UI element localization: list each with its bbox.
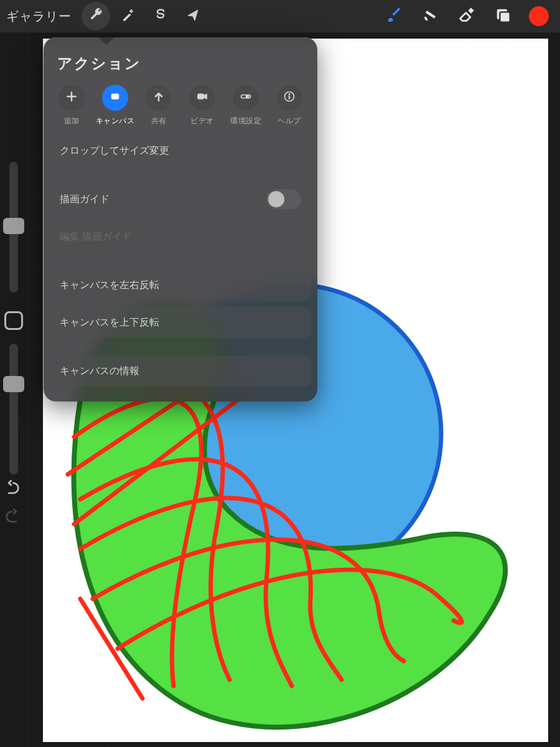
svg-point-6 xyxy=(246,95,249,98)
toggle-knob xyxy=(268,191,284,207)
svg-point-8 xyxy=(289,94,290,95)
svg-rect-2 xyxy=(500,12,510,22)
opacity-slider[interactable] xyxy=(9,344,18,474)
gallery-button[interactable]: ギャラリー xyxy=(5,8,78,25)
row-flip-v-label: キャンバスを上下反転 xyxy=(60,316,159,329)
row-drawing-guide[interactable]: 描画ガイド xyxy=(50,184,311,215)
layers-icon xyxy=(494,6,511,26)
canvas-options-list: クロップしてサイズ変更 描画ガイド 編集 描画ガイド キャンバスを左右反転 キャ… xyxy=(44,135,317,402)
tab-help[interactable]: ヘルプ xyxy=(268,85,311,126)
top-toolbar: ギャラリー xyxy=(0,0,560,32)
brush-icon xyxy=(386,6,403,26)
row-crop-label: クロップしてサイズ変更 xyxy=(60,144,169,157)
tab-video-label: ビデオ xyxy=(190,116,214,126)
row-edit-guide-label: 編集 描画ガイド xyxy=(60,230,132,243)
redo-icon[interactable] xyxy=(4,508,21,528)
tab-share[interactable]: 共有 xyxy=(137,85,180,126)
popover-tabs: 追加 キャンバス 共有 ビデオ 環境設定 ヘルプ xyxy=(44,85,317,135)
row-edit-guide: 編集 描画ガイド xyxy=(50,221,311,252)
tab-help-label: ヘルプ xyxy=(278,116,301,126)
tab-video[interactable]: ビデオ xyxy=(180,85,224,126)
s-select-icon xyxy=(153,7,168,25)
tab-add-label: 追加 xyxy=(64,116,80,126)
wand-icon xyxy=(121,7,136,25)
actions-button[interactable] xyxy=(82,2,110,31)
adjustments-button[interactable] xyxy=(114,2,142,31)
tab-canvas-label: キャンバス xyxy=(96,116,135,126)
tab-canvas[interactable]: キャンバス xyxy=(93,85,137,126)
side-rail xyxy=(0,162,27,493)
popover-title: アクション xyxy=(44,37,317,85)
row-info-label: キャンバスの情報 xyxy=(60,365,139,378)
plus-icon xyxy=(65,90,78,105)
tab-share-label: 共有 xyxy=(151,116,167,126)
actions-popover: アクション 追加 キャンバス 共有 ビデオ 環境設定 xyxy=(44,37,317,402)
modify-button[interactable] xyxy=(4,311,23,330)
layers-button[interactable] xyxy=(487,0,519,32)
color-button[interactable] xyxy=(523,0,555,32)
row-flip-vertical[interactable]: キャンバスを上下反転 xyxy=(50,307,311,338)
tab-add[interactable]: 追加 xyxy=(50,85,93,126)
row-flip-h-label: キャンバスを左右反転 xyxy=(60,279,159,292)
arrow-icon xyxy=(185,7,200,25)
app-root: ギャラリー xyxy=(0,0,560,747)
row-crop-resize[interactable]: クロップしてサイズ変更 xyxy=(50,135,311,166)
color-swatch xyxy=(529,6,549,26)
eraser-button[interactable] xyxy=(450,0,483,32)
row-flip-horizontal[interactable]: キャンバスを左右反転 xyxy=(50,270,311,301)
brush-button[interactable] xyxy=(378,0,411,32)
share-up-icon xyxy=(152,90,165,105)
eraser-icon xyxy=(458,6,475,26)
smudge-icon xyxy=(422,6,439,26)
prefs-icon xyxy=(240,90,252,105)
brush-size-slider[interactable] xyxy=(9,162,18,293)
transform-button[interactable] xyxy=(179,2,207,31)
undo-redo-group xyxy=(4,479,21,528)
brush-size-thumb[interactable] xyxy=(3,218,24,234)
tab-prefs[interactable]: 環境設定 xyxy=(224,85,268,126)
row-guide-label: 描画ガイド xyxy=(60,193,266,206)
wrench-icon xyxy=(88,7,103,25)
video-icon xyxy=(196,90,208,105)
selection-button[interactable] xyxy=(146,2,175,31)
svg-rect-9 xyxy=(289,96,290,99)
tab-prefs-label: 環境設定 xyxy=(230,116,261,126)
info-icon xyxy=(283,90,296,105)
canvas-icon xyxy=(109,90,121,105)
smudge-button[interactable] xyxy=(414,0,447,32)
svg-rect-4 xyxy=(198,94,204,99)
undo-icon[interactable] xyxy=(4,479,21,499)
opacity-thumb[interactable] xyxy=(3,376,24,392)
row-canvas-info[interactable]: キャンバスの情報 xyxy=(50,355,311,387)
svg-rect-3 xyxy=(111,94,119,99)
drawing-guide-toggle[interactable] xyxy=(266,189,301,209)
